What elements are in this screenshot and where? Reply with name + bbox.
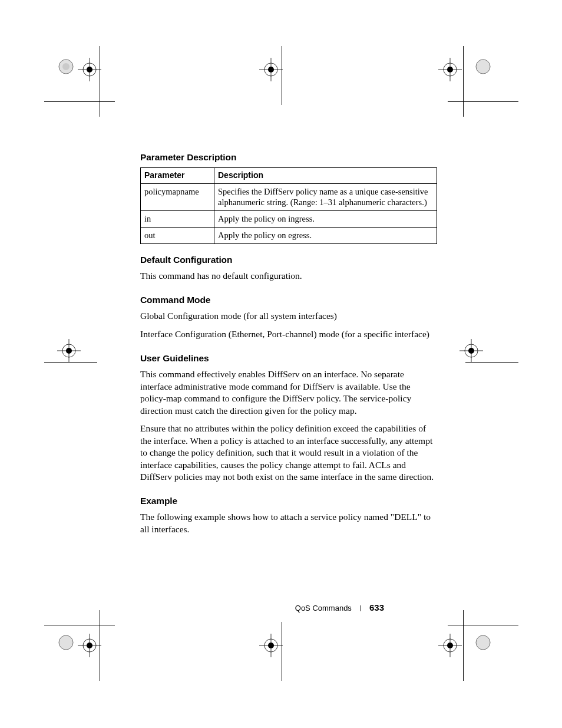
page-content: Parameter Description Parameter Descript… — [140, 152, 437, 541]
table-row: out Apply the policy on egress. — [141, 227, 437, 243]
cell-parameter: policymapname — [141, 183, 214, 210]
crop-line — [448, 625, 518, 625]
heading-command-mode: Command Mode — [140, 295, 437, 305]
text-example: The following example shows how to attac… — [140, 511, 437, 535]
svg-point-40 — [476, 635, 490, 650]
svg-point-22 — [59, 635, 73, 650]
table-row: policymapname Specifies the DiffServ pol… — [141, 183, 437, 210]
footer-page-number: 633 — [369, 602, 384, 612]
text-user-guidelines-2: Ensure that no attributes within the pol… — [140, 423, 437, 483]
register-mark-icon — [474, 634, 521, 681]
cell-description: Specifies the DiffServ policy name as a … — [214, 183, 437, 210]
text-command-mode-1: Global Configuration mode (for all syste… — [140, 310, 437, 322]
cell-description: Apply the policy on ingress. — [214, 210, 437, 227]
footer-chapter: QoS Commands — [295, 604, 352, 612]
register-mark-icon — [259, 634, 306, 681]
register-mark-icon — [78, 634, 125, 681]
cell-parameter: in — [141, 210, 214, 227]
page-footer: QoS Commands | 633 — [0, 602, 562, 612]
register-mark-icon — [459, 339, 507, 386]
text-default-configuration: This command has no default configuratio… — [140, 270, 437, 282]
cell-parameter: out — [141, 227, 214, 243]
heading-default-configuration: Default Configuration — [140, 255, 437, 265]
th-description: Description — [214, 168, 437, 184]
text-command-mode-2: Interface Configuration (Ethernet, Port-… — [140, 328, 437, 340]
table-row: in Apply the policy on ingress. — [141, 210, 437, 227]
crop-line — [44, 625, 115, 625]
heading-user-guidelines: User Guidelines — [140, 353, 437, 364]
register-mark-icon — [78, 58, 125, 105]
heading-parameter-description: Parameter Description — [140, 152, 437, 163]
svg-point-12 — [476, 60, 490, 74]
register-mark-icon — [474, 58, 521, 105]
cell-description: Apply the policy on egress. — [214, 227, 437, 243]
register-mark-icon — [57, 339, 104, 386]
th-parameter: Parameter — [141, 168, 214, 184]
parameter-table: Parameter Description policymapname Spec… — [140, 167, 437, 244]
svg-point-2 — [62, 63, 70, 70]
text-user-guidelines-1: This command effectively enables DiffSer… — [140, 368, 437, 417]
footer-separator: | — [359, 604, 361, 611]
register-mark-icon — [259, 58, 306, 105]
heading-example: Example — [140, 496, 437, 506]
table-header-row: Parameter Description — [141, 168, 437, 184]
